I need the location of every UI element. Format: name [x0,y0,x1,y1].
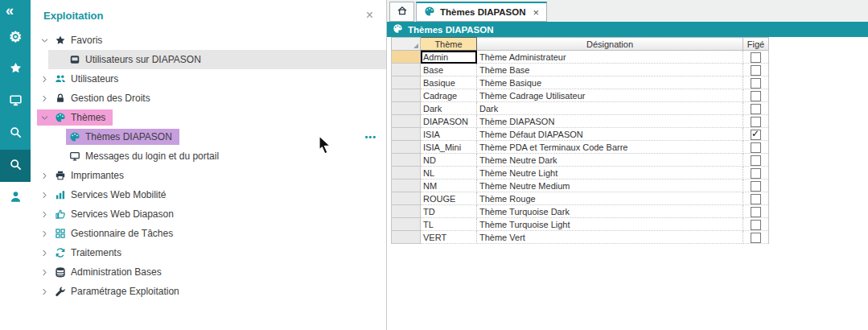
designation-cell[interactable]: Thème Défaut DIAPASON [477,128,743,141]
fige-cell[interactable] [743,154,769,167]
tree-item-administration-bases[interactable]: Administration Bases [31,262,386,282]
fige-checkbox[interactable] [751,117,761,127]
theme-cell[interactable]: ROUGE [421,192,477,205]
theme-cell[interactable]: DIAPASON [421,115,477,128]
tree-item-messages-du-login-et-du-portail[interactable]: Messages du login et du portail [31,146,386,166]
user-account-button[interactable] [0,182,31,214]
fige-cell[interactable] [743,192,769,205]
tree-item-traitements[interactable]: Traitements [31,243,386,262]
row-selector[interactable] [392,51,421,64]
fige-checkbox[interactable] [751,130,761,140]
fige-cell[interactable] [743,64,769,76]
sidebar-close-icon[interactable]: × [366,9,373,22]
tree-item-gestionnaire-de-taches[interactable]: Gestionnaire de Tâches [31,224,386,243]
row-selector[interactable] [392,167,421,179]
tree-item-imprimantes[interactable]: Imprimantes [31,166,386,185]
tab-home[interactable] [389,2,414,22]
fige-checkbox[interactable] [751,142,761,153]
tree-item-services-web-diapason[interactable]: Services Web Diapason [31,204,386,224]
fige-cell[interactable] [743,115,769,128]
tree-item-themes-diapason[interactable]: Thèmes DIAPASON••• [31,127,386,146]
theme-cell[interactable]: NM [421,179,477,192]
chevron-right-icon[interactable] [39,287,49,296]
theme-cell[interactable]: NL [421,167,477,179]
designation-cell[interactable]: Thème Basique [477,76,743,89]
theme-cell[interactable]: TD [421,205,477,218]
designation-cell[interactable]: Thème Neutre Light [477,167,743,179]
fige-checkbox[interactable] [751,181,761,192]
fige-cell[interactable] [743,167,769,179]
theme-cell[interactable]: TL [421,218,477,231]
tree-item-gestion-des-droits[interactable]: Gestion des Droits [31,89,386,108]
row-selector[interactable] [392,205,421,218]
column-header-theme[interactable]: Thème [421,38,477,51]
designation-cell[interactable]: Thème Neutre Medium [477,179,743,192]
fige-checkbox[interactable] [751,168,761,179]
tree-item-themes[interactable]: Thèmes [31,108,386,127]
chevron-right-icon[interactable] [39,229,49,238]
designation-cell[interactable]: Thème Neutre Dark [477,154,743,167]
chevron-right-icon[interactable] [39,93,49,103]
tree-item-services-web-mobilite[interactable]: Services Web Mobilité [31,185,386,204]
fige-checkbox[interactable] [751,194,761,204]
tree-item-parametrage-exploitation[interactable]: Paramétrage Exploitation [31,282,386,301]
row-selector[interactable] [392,128,421,141]
tree-item-utilisateurs-sur-diapason[interactable]: Utilisateurs sur DIAPASON [31,50,386,69]
fige-checkbox[interactable] [751,220,761,230]
theme-cell[interactable]: Admin [421,51,477,64]
row-selector[interactable] [392,76,421,89]
theme-cell[interactable]: Base [421,64,477,76]
chevron-right-icon[interactable] [39,190,49,200]
more-options-button[interactable]: ••• [364,132,376,142]
designation-cell[interactable]: Thème Turquoise Light [477,218,743,231]
designation-cell[interactable]: Thème Vert [477,231,743,244]
chevron-down-icon[interactable] [39,35,49,45]
fige-checkbox[interactable] [751,52,761,63]
chevron-right-icon[interactable] [39,248,49,258]
settings-button[interactable]: ⚙ [0,21,31,53]
screens-button[interactable] [0,85,31,118]
fige-checkbox[interactable] [751,65,761,76]
fige-cell[interactable] [743,76,769,89]
fige-cell[interactable] [743,89,769,102]
fige-checkbox[interactable] [751,207,761,217]
row-selector[interactable] [392,231,421,244]
row-selector[interactable] [392,192,421,205]
tree-item-favoris[interactable]: Favoris [31,31,386,50]
designation-cell[interactable]: Thème Base [477,64,743,76]
row-selector[interactable] [392,115,421,128]
fige-cell[interactable] [743,218,769,231]
chevron-right-icon[interactable] [39,171,49,180]
chevron-right-icon[interactable] [39,209,49,219]
row-selector[interactable] [392,64,421,76]
row-selector[interactable] [392,179,421,192]
fige-checkbox[interactable] [751,78,761,89]
tab-themes-diapason[interactable]: Thèmes DIAPASON × [416,2,547,22]
column-header-designation[interactable]: Désignation [477,38,743,51]
fige-cell[interactable] [743,102,769,115]
fige-checkbox[interactable] [751,155,761,166]
column-header-fige[interactable]: Figé [743,38,769,51]
fige-cell[interactable] [743,205,769,218]
row-selector[interactable] [392,141,421,154]
row-selector[interactable] [392,218,421,231]
fige-cell[interactable] [743,179,769,192]
theme-cell[interactable]: ISIA_Mini [421,141,477,154]
favorites-button[interactable] [0,53,31,85]
designation-cell[interactable]: Thème Cadrage Utilisateur [477,89,743,102]
fige-checkbox[interactable] [751,233,761,243]
designation-cell[interactable]: Thème PDA et Terminaux Code Barre [477,141,743,154]
chevron-right-icon[interactable] [39,267,49,277]
fige-cell[interactable] [743,231,769,244]
tree-item-utilisateurs[interactable]: Utilisateurs [31,69,386,89]
fige-checkbox[interactable] [751,104,761,114]
chevron-down-icon[interactable] [39,113,49,122]
row-selector[interactable] [392,89,421,102]
search-advanced-button[interactable] [0,150,31,182]
theme-cell[interactable]: ND [421,154,477,167]
collapse-sidebar-button[interactable]: « [0,0,31,21]
fige-checkbox[interactable] [751,91,761,101]
designation-cell[interactable]: Thème Administrateur [477,51,743,64]
designation-cell[interactable]: Dark [477,102,743,115]
tab-close-icon[interactable]: × [533,6,540,19]
